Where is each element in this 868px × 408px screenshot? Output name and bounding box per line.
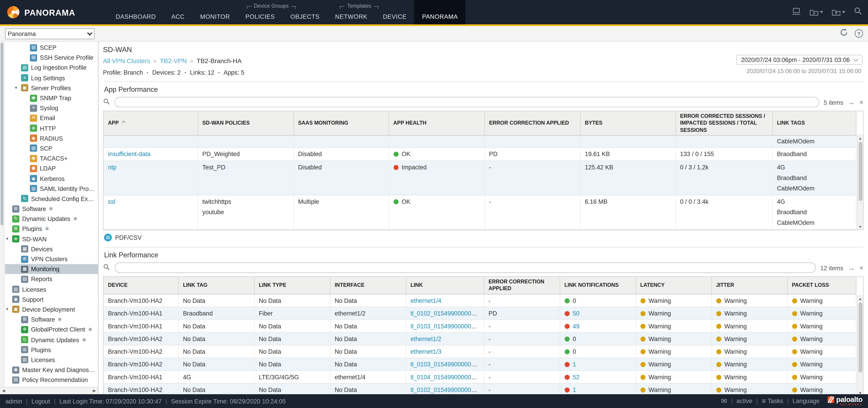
sidebar-item-log-ingestion-profile[interactable]: ▤Log Ingestion Profile — [5, 63, 98, 73]
sidebar-item-syslog[interactable]: ≡Syslog — [5, 103, 98, 113]
sidebar-item-licenses[interactable]: ▤Licenses — [5, 355, 98, 365]
column-header-link-tag[interactable]: LINK TAG — [178, 277, 254, 294]
export-config-icon[interactable] — [831, 8, 845, 16]
link-name[interactable]: ethernet1/4 — [410, 297, 441, 304]
scroll-up-icon[interactable]: ▲ — [857, 295, 863, 302]
sidebar-item-radius[interactable]: ◉RADIUS — [5, 133, 98, 143]
sidebar-item-master-key-and-diagnostics[interactable]: ◉Master Key and Diagnostics — [5, 365, 98, 375]
column-header-link-notifications[interactable]: LINK NOTIFICATIONS — [560, 277, 636, 294]
notification-count[interactable]: 50 — [572, 310, 579, 316]
app-export-button[interactable]: ▤ PDF/CSV — [104, 234, 864, 241]
sidebar-item-policy-recommendation[interactable]: ▤Policy Recommendation — [5, 375, 98, 385]
sidebar-item-saml-identity-provider[interactable]: ▤SAML Identity Provider — [5, 184, 98, 194]
nav-tab-acc[interactable]: ACC — [163, 0, 192, 24]
column-header-error-corrected-sessions-impacted-sessions-total-sessions[interactable]: ERROR CORRECTED SESSIONS / IMPACTED SESS… — [675, 111, 772, 136]
sidebar-item-reports[interactable]: ▤Reports — [5, 274, 98, 284]
column-header-app[interactable]: APP — [103, 111, 197, 136]
scrollbar-thumb[interactable] — [859, 142, 862, 201]
date-range-selector[interactable]: 2020/07/24 03:06pm - 2020/07/31 03:06 — [736, 55, 862, 65]
app-search-input[interactable] — [115, 97, 819, 108]
nav-tab-panorama[interactable]: PANORAMA — [414, 0, 466, 24]
sidebar-item-ldap[interactable]: ▣LDAP — [5, 164, 98, 174]
sidebar-item-monitoring[interactable]: ▦Monitoring — [5, 264, 98, 274]
sidebar-item-http[interactable]: ⊕HTTP — [5, 123, 98, 134]
scrollbar-thumb[interactable] — [859, 302, 862, 373]
link-table-scrollbar[interactable]: ▲ ▼ — [857, 295, 863, 394]
link-name[interactable]: tl_0102_01549900000069... — [410, 310, 484, 316]
sidebar-item-device-deployment[interactable]: ▾▣Device Deployment — [5, 304, 98, 315]
scroll-down-icon[interactable]: ▼ — [857, 390, 863, 394]
column-header-bytes[interactable]: BYTES — [580, 111, 675, 136]
sidebar-item-dynamic-updates[interactable]: ↻Dynamic Updates — [5, 214, 98, 224]
app-link-ssl[interactable]: ssl — [108, 198, 116, 205]
breadcrumb-item-tb2-vpn[interactable]: TB2-VPN — [160, 58, 187, 64]
column-header-link[interactable]: LINK — [406, 277, 484, 294]
sidebar-vertical-scrollbar[interactable] — [0, 41, 4, 387]
search-icon[interactable] — [854, 6, 862, 18]
sidebar-item-server-profiles[interactable]: ▾▣Server Profiles — [5, 83, 98, 93]
sidebar-item-devices[interactable]: ▦Devices — [5, 244, 98, 254]
notification-count[interactable]: 1 — [572, 361, 576, 367]
link-name[interactable]: tl_0103_01549900000069... — [410, 361, 484, 367]
link-name[interactable]: tl_0102_01549900000069... — [410, 386, 484, 393]
column-header-saas-monitoring[interactable]: SAAS MONITORING — [293, 111, 389, 136]
column-header-error-correction-applied[interactable]: ERROR CORRECTION APPLIED — [485, 111, 580, 136]
sidebar-item-scheduled-config-export[interactable]: ↻Scheduled Config Export — [5, 194, 98, 204]
column-header-device[interactable]: DEVICE — [103, 277, 178, 294]
nav-tab-dashboard[interactable]: DASHBOARD — [108, 0, 164, 24]
clear-filter-icon[interactable]: × — [860, 264, 864, 271]
link-search-input[interactable] — [115, 262, 816, 273]
link-name[interactable]: ethernet1/3 — [410, 348, 441, 355]
sidebar-item-email[interactable]: ✉Email — [5, 113, 98, 123]
column-header-app-health[interactable]: APP HEALTH — [389, 111, 485, 136]
link-name[interactable]: tl_0104_01549900000069... — [410, 374, 484, 380]
sidebar-item-ssh-service-profile[interactable]: ▤SSH Service Profile — [5, 53, 98, 63]
clear-filter-icon[interactable]: × — [860, 98, 864, 106]
tasks-button[interactable]: Tasks — [768, 398, 783, 404]
scroll-left-icon[interactable]: ◀ — [0, 387, 7, 395]
sidebar-item-vpn-clusters[interactable]: ⊞VPN Clusters — [5, 254, 98, 264]
sidebar-item-plugins[interactable]: ⊞Plugins — [5, 224, 98, 234]
refresh-icon[interactable] — [840, 28, 848, 39]
sidebar-item-kerberos[interactable]: ◉Kerberos — [5, 173, 98, 184]
column-header-link-tags[interactable]: LINK TAGS — [772, 111, 856, 136]
sidebar-horizontal-scrollbar[interactable]: ◀ ▶ — [0, 387, 98, 394]
scroll-up-icon[interactable]: ▲ — [857, 135, 863, 141]
expander-icon[interactable]: ▾ — [6, 237, 12, 241]
sidebar-item-snmp-trap[interactable]: ◉SNMP Trap — [5, 93, 98, 103]
sidebar-item-scp[interactable]: ▤SCP — [5, 143, 98, 153]
link-name[interactable]: tl_0103_01549900000069... — [410, 322, 484, 329]
app-table-scrollbar[interactable]: ▲ ▼ — [857, 135, 863, 230]
sidebar-item-licenses[interactable]: ▤Licenses — [5, 284, 98, 294]
notification-count[interactable]: 1 — [572, 386, 576, 393]
scrollbar-thumb[interactable] — [0, 42, 3, 225]
apply-filter-icon[interactable]: → — [848, 264, 855, 271]
sidebar-item-sd-wan[interactable]: ▾⊕SD-WAN — [5, 234, 98, 244]
context-selector[interactable]: Panorama — [5, 28, 95, 39]
sidebar-item-support[interactable]: ◉Support — [5, 294, 98, 304]
sidebar-item-software[interactable]: ⊞Software — [5, 314, 98, 325]
expander-icon[interactable]: ▾ — [15, 86, 21, 90]
commit-status-icon[interactable] — [792, 7, 801, 18]
messages-icon[interactable]: ✉ — [721, 397, 727, 405]
app-link-insufficient-data[interactable]: insufficient-data — [108, 151, 151, 157]
sidebar-item-plugins[interactable]: ⊞Plugins — [5, 345, 98, 355]
breadcrumb-item-all-vpn-clusters[interactable]: All VPN Clusters — [103, 58, 150, 64]
sidebar-item-globalprotect-client[interactable]: ⊕GlobalProtect Client — [5, 325, 98, 335]
sidebar-item-scep[interactable]: ▤SCEP — [5, 42, 98, 53]
column-header-error-correction-applied[interactable]: ERROR CORRECTION APPLIED — [484, 277, 560, 294]
sidebar-item-log-settings[interactable]: ≡Log Settings — [5, 73, 98, 83]
column-header-sd-wan-policies[interactable]: SD-WAN POLICIES — [197, 111, 293, 136]
apply-filter-icon[interactable]: → — [848, 98, 855, 106]
expander-icon[interactable]: ▾ — [6, 307, 12, 312]
sidebar-item-tacacs[interactable]: ◉TACACS+ — [5, 153, 98, 164]
save-config-icon[interactable] — [809, 8, 823, 16]
notification-count[interactable]: 49 — [572, 322, 579, 329]
app-link-ntp[interactable]: ntp — [108, 164, 116, 171]
scroll-down-icon[interactable]: ▼ — [857, 223, 863, 230]
scroll-right-icon[interactable]: ▶ — [91, 387, 98, 395]
logout-link[interactable]: Logout — [31, 398, 50, 404]
sidebar-item-dynamic-updates[interactable]: ↻Dynamic Updates — [5, 335, 98, 345]
language-button[interactable]: Language — [793, 398, 819, 404]
column-header-link-type[interactable]: LINK TYPE — [254, 277, 330, 294]
